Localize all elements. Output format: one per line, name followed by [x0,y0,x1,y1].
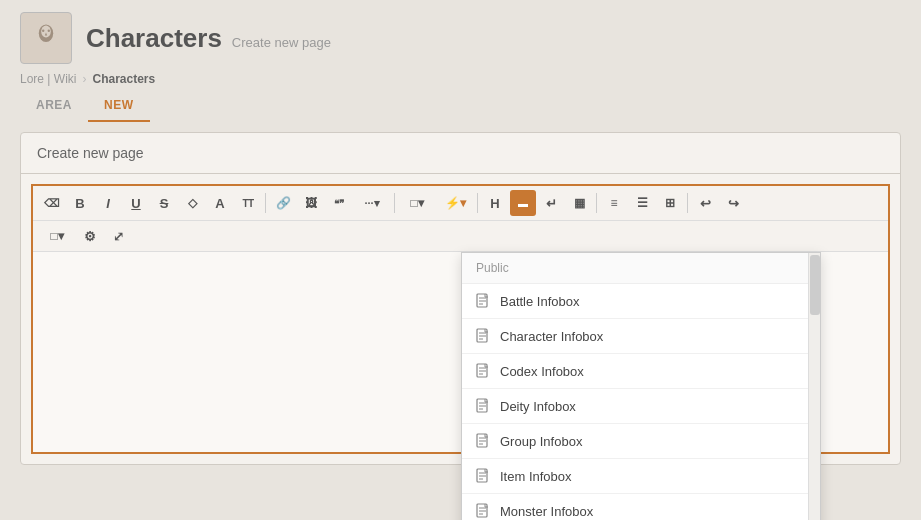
image-btn[interactable]: 🖼 [298,190,324,216]
h-btn[interactable]: H [482,190,508,216]
align-btn[interactable]: ≡ [601,190,627,216]
toolbar-row2: □▾ ⚙ ⤢ [33,221,888,252]
hook-btn[interactable]: ↵ [538,190,564,216]
dropdown-item-0[interactable]: Battle Infobox [462,284,820,319]
font-color-btn[interactable]: A [207,190,233,216]
underline-btn[interactable]: U [123,190,149,216]
editor-body[interactable]: Public Battle Infobox Charact [33,252,888,452]
person-icon [30,22,62,54]
svg-point-2 [42,30,44,32]
link-btn[interactable]: 🔗 [270,190,296,216]
strikethrough-btn[interactable]: S [151,190,177,216]
doc-icon-0 [476,293,490,309]
svg-point-3 [48,30,50,32]
tab-new[interactable]: NEW [88,92,150,122]
page-header: Characters Create new page [0,0,921,72]
special1-btn[interactable]: ⚡▾ [437,190,473,216]
bold-btn[interactable]: B [67,190,93,216]
dropdown-item-6[interactable]: Monster Infobox [462,494,820,520]
scrollbar-track[interactable] [808,253,820,520]
breadcrumb-current: Characters [92,72,155,86]
list-btn[interactable]: ☰ [629,190,655,216]
sep3 [477,193,478,213]
create-new-link[interactable]: Create new page [232,35,331,50]
tabs-bar: AREA NEW [0,92,921,122]
doc-icon-6 [476,503,490,519]
doc-icon-2 [476,363,490,379]
dropdown-item-3[interactable]: Deity Infobox [462,389,820,424]
breadcrumb-lore[interactable]: Lore | Wiki [20,72,76,86]
header-text: Characters Create new page [86,23,331,54]
italic-btn[interactable]: I [95,190,121,216]
text-size-btn[interactable]: TT [235,190,261,216]
dropdown-item-5[interactable]: Item Infobox [462,459,820,494]
grid-btn[interactable]: ▦ [566,190,592,216]
avatar [20,12,72,64]
dropdown-header: Public [462,253,820,284]
content-area: Create new page ⌫ B I U S ◇ A TT 🔗 🖼 ❝❞ … [20,132,901,465]
quote-btn[interactable]: ❝❞ [326,190,352,216]
more-btn[interactable]: ···▾ [354,190,390,216]
dropdown-item-4[interactable]: Group Infobox [462,424,820,459]
yellow-btn[interactable]: ▬ [510,190,536,216]
template-btn[interactable]: □▾ [399,190,435,216]
redo-btn[interactable]: ↪ [720,190,746,216]
eraser-btn[interactable]: ⌫ [39,190,65,216]
doc-icon-4 [476,433,490,449]
paint-btn[interactable]: ◇ [179,190,205,216]
breadcrumb: Lore | Wiki › Characters [0,72,921,86]
dropdown-item-2[interactable]: Codex Infobox [462,354,820,389]
breadcrumb-sep: › [82,72,86,86]
editor-wrapper: ⌫ B I U S ◇ A TT 🔗 🖼 ❝❞ ···▾ □▾ ⚡▾ H ▬ ↵… [31,184,890,454]
doc-icon-5 [476,468,490,484]
scrollbar-thumb[interactable] [810,255,820,315]
settings-btn[interactable]: ⚙ [77,223,103,249]
sep5 [687,193,688,213]
sep1 [265,193,266,213]
template-dropdown: Public Battle Infobox Charact [461,252,821,520]
dropdown-item-1[interactable]: Character Infobox [462,319,820,354]
sep2 [394,193,395,213]
page-title: Characters [86,23,222,54]
undo-btn[interactable]: ↩ [692,190,718,216]
sep4 [596,193,597,213]
doc-icon-1 [476,328,490,344]
content-header: Create new page [21,133,900,174]
toolbar-row1: ⌫ B I U S ◇ A TT 🔗 🖼 ❝❞ ···▾ □▾ ⚡▾ H ▬ ↵… [33,186,888,221]
expand-btn[interactable]: ⤢ [105,223,131,249]
embed-btn[interactable]: □▾ [39,223,75,249]
doc-icon-3 [476,398,490,414]
tab-area[interactable]: AREA [20,92,88,122]
table-btn[interactable]: ⊞ [657,190,683,216]
